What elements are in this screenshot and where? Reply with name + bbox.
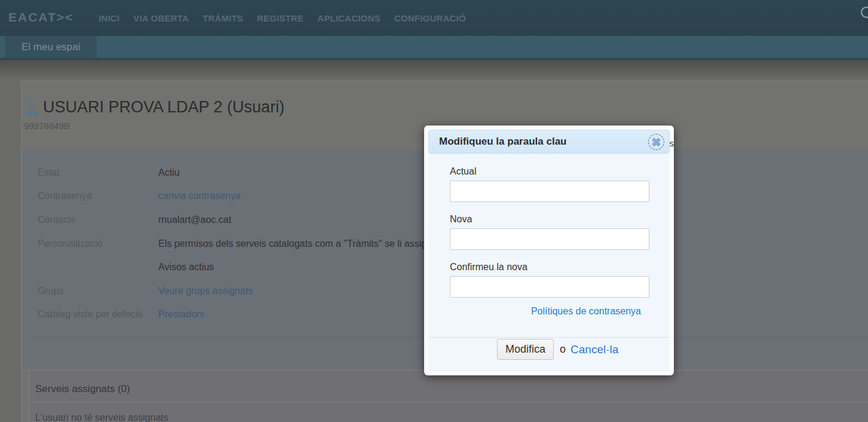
x-glyph: ✖	[652, 135, 661, 149]
dialog-body: Actual Nova Confirmeu la nova Polítiques…	[428, 154, 670, 371]
main-menu: INICI VIA OBERTA TRÀMITS REGISTRE APLICA…	[99, 0, 466, 36]
menu-item-configuracio[interactable]: CONFIGURACIÓ	[394, 13, 466, 23]
change-password-link[interactable]: canvia contrasenya	[158, 191, 241, 201]
header-shadow	[0, 60, 868, 80]
top-navbar: EACAT>< INICI VIA OBERTA TRÀMITS REGISTR…	[0, 0, 868, 36]
current-password-label: Actual	[450, 166, 476, 177]
row-label: Catàleg vista per defecte	[38, 309, 158, 320]
obscured-text-fragment: s	[670, 138, 674, 148]
page: EACAT>< INICI VIA OBERTA TRÀMITS REGISTR…	[0, 0, 868, 422]
empty-services-message: L'usuari no té serveis assignats	[35, 412, 168, 422]
menu-item-aplicacions[interactable]: APLICACIONS	[317, 13, 381, 23]
page-title: USUARI PROVA LDAP 2 (Usuari)	[43, 98, 284, 117]
view-groups-link[interactable]: Veure grups assignats	[158, 286, 253, 296]
current-password-input[interactable]	[450, 181, 649, 202]
assigned-services-section: Serveis assignats (0) L'usuari no té ser…	[29, 370, 868, 422]
cancel-link[interactable]: Cancel·la	[571, 343, 618, 356]
menu-item-registre[interactable]: REGISTRE	[257, 13, 303, 23]
row-label: Contacte	[38, 215, 158, 225]
section-divider	[30, 402, 868, 402]
new-password-label: Nova	[450, 214, 472, 225]
user-id: 99978849B	[24, 121, 70, 131]
dialog-titlebar[interactable]: Modifiqueu la paraula clau ✖	[428, 130, 670, 154]
menu-item-via-oberta[interactable]: VIA OBERTA	[133, 13, 189, 23]
row-value: Actiu	[158, 167, 180, 178]
row-label: Contrasenya	[38, 191, 158, 201]
modify-button[interactable]: Modifica	[497, 339, 554, 360]
row-value: Els permisos dels serveis catalogats com…	[158, 238, 427, 249]
user-icon	[25, 102, 38, 116]
dialog-footer: Modifica o Cancel·la	[428, 337, 670, 371]
secondary-bar: El meu espai	[0, 36, 868, 60]
row-value: Avisos actius	[158, 262, 214, 273]
password-policies-link[interactable]: Polítiques de contrasenya	[531, 306, 641, 317]
tab-el-meu-espai[interactable]: El meu espai	[5, 36, 97, 58]
change-password-dialog: Modifiqueu la paraula clau ✖ s Actual No…	[424, 126, 674, 375]
user-menu-icon[interactable]	[861, 7, 868, 18]
row-label: Personalització	[38, 238, 158, 249]
confirm-password-input[interactable]	[450, 276, 649, 298]
eacat-logo[interactable]: EACAT><	[8, 10, 73, 25]
row-value: rnualart@aoc.cat	[158, 215, 231, 225]
confirm-password-label: Confirmeu la nova	[450, 262, 527, 273]
menu-item-tramits[interactable]: TRÀMITS	[203, 13, 243, 23]
assigned-services-title: Serveis assignats (0)	[35, 383, 130, 395]
separator-text: o	[560, 343, 566, 356]
close-icon[interactable]: ✖	[648, 134, 664, 150]
dialog-title: Modifiqueu la paraula clau	[429, 130, 669, 153]
row-label: Grups	[38, 286, 158, 296]
new-password-input[interactable]	[450, 228, 649, 250]
catalog-default-link[interactable]: Prestadors	[158, 309, 204, 320]
menu-item-inici[interactable]: INICI	[99, 13, 119, 23]
row-label: Estat	[38, 167, 158, 178]
